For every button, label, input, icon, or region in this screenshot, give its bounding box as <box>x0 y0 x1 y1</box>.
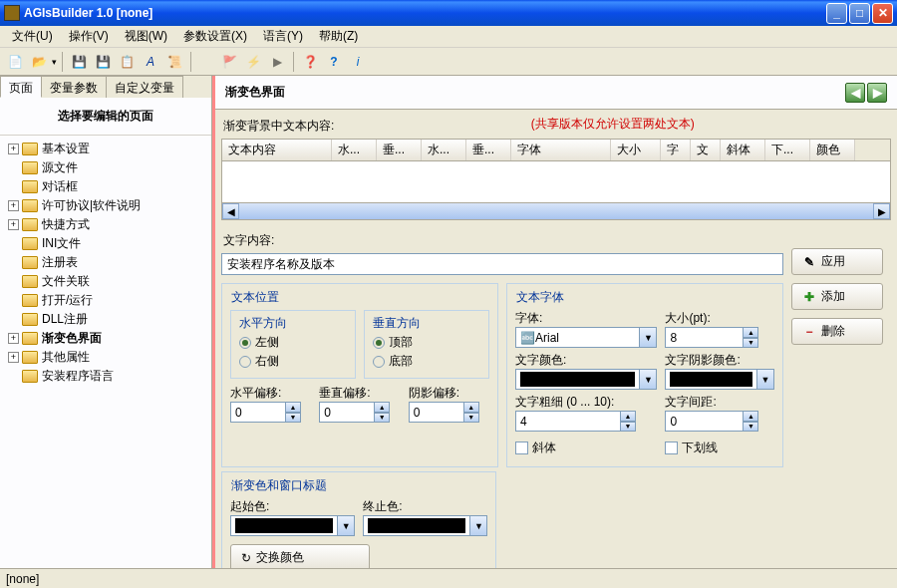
expand-icon[interactable]: + <box>8 352 19 363</box>
tree-item[interactable]: DLL注册 <box>4 310 207 329</box>
bold-input[interactable] <box>515 411 620 432</box>
start-color-combo[interactable]: ▼ <box>230 515 355 536</box>
menu-file[interactable]: 文件(U) <box>4 26 61 47</box>
radio-bottom[interactable]: 底部 <box>373 353 480 370</box>
scroll-left-icon[interactable]: ◀ <box>222 203 239 219</box>
export-icon[interactable]: 📋 <box>116 51 138 73</box>
text-color-combo[interactable]: ▼ <box>515 369 657 390</box>
tab-vars[interactable]: 变量参数 <box>41 76 107 98</box>
about-icon[interactable]: ? <box>323 51 345 73</box>
tree-item[interactable]: 源文件 <box>4 158 207 177</box>
open-icon[interactable]: 📂 <box>28 51 50 73</box>
grid-col[interactable]: 字 <box>661 140 691 160</box>
underline-checkbox[interactable]: 下划线 <box>665 440 774 456</box>
tree-item[interactable]: +其他属性 <box>4 348 207 367</box>
info-icon[interactable]: i <box>347 51 369 73</box>
tree-item[interactable]: INI文件 <box>4 234 207 253</box>
grid-col[interactable]: 水... <box>422 140 466 160</box>
grid-col[interactable]: 垂... <box>466 140 511 160</box>
folder-icon <box>22 313 38 326</box>
font-combo[interactable]: 🔤 Arial▼ <box>515 327 657 348</box>
text-content-label: 文字内容: <box>223 232 783 249</box>
menu-view[interactable]: 视图(W) <box>117 26 175 47</box>
menu-action[interactable]: 操作(V) <box>61 26 117 47</box>
saveas-icon[interactable]: 💾 <box>92 51 114 73</box>
grid-col[interactable]: 字体 <box>511 140 611 160</box>
grid-col[interactable]: 下... <box>765 140 810 160</box>
grid-col[interactable]: 斜体 <box>721 140 765 160</box>
delete-button[interactable]: −删除 <box>791 318 883 345</box>
left-panel: 页面 变量参数 自定义变量 选择要编辑的页面 +基本设置源文件对话框+许可协议|… <box>0 76 212 568</box>
tree-item[interactable]: +许可协议|软件说明 <box>4 196 207 215</box>
minimize-button[interactable]: _ <box>826 3 847 24</box>
position-fieldset: 文本位置 水平方向 左侧 右侧 垂直方向 顶部 底部 <box>221 283 498 467</box>
size-input[interactable] <box>665 327 743 348</box>
radio-left[interactable]: 左侧 <box>239 334 347 351</box>
plus-icon: ✚ <box>802 290 816 304</box>
tab-pages[interactable]: 页面 <box>0 76 42 98</box>
italic-checkbox[interactable]: 斜体 <box>515 440 657 456</box>
grid-header: 文本内容水...垂...水...垂...字体大小字文斜体下...颜色 <box>221 139 891 161</box>
apply-button[interactable]: ✎应用 <box>791 248 883 275</box>
expand-icon[interactable]: + <box>8 144 19 154</box>
toolbar: 📄 📂 ▾ 💾 💾 📋 A 📜 🚩 ⚡ ▶ ❓ ? i <box>0 48 897 76</box>
grid-body[interactable] <box>221 161 891 203</box>
menu-params[interactable]: 参数设置(X) <box>175 26 255 47</box>
flag-icon[interactable]: 🚩 <box>218 51 240 73</box>
swap-colors-button[interactable]: ↻交换颜色 <box>230 544 370 568</box>
v-offset-input[interactable] <box>319 402 374 423</box>
expand-icon[interactable]: + <box>8 333 19 344</box>
statusbar: [none] <box>0 568 897 588</box>
close-button[interactable]: ✕ <box>872 3 893 24</box>
save-icon[interactable]: 💾 <box>68 51 90 73</box>
warning-text: (共享版本仅允许设置两处文本) <box>334 116 891 139</box>
prev-button[interactable]: ◀ <box>845 83 865 103</box>
tree-item[interactable]: +渐变色界面 <box>4 329 207 348</box>
menubar: 文件(U) 操作(V) 视图(W) 参数设置(X) 语言(Y) 帮助(Z) <box>0 26 897 48</box>
next-button[interactable]: ▶ <box>867 83 887 103</box>
tree-item[interactable]: +快捷方式 <box>4 215 207 234</box>
tree-item[interactable]: 打开/运行 <box>4 291 207 310</box>
grid-col[interactable]: 文 <box>691 140 721 160</box>
shadow-color-combo[interactable]: ▼ <box>665 369 774 390</box>
help-icon[interactable]: ❓ <box>299 51 321 73</box>
maximize-button[interactable]: □ <box>849 3 870 24</box>
grid-col[interactable]: 文本内容 <box>222 140 332 160</box>
radio-top[interactable]: 顶部 <box>373 334 480 351</box>
font-icon[interactable]: A <box>140 51 161 73</box>
menu-help[interactable]: 帮助(Z) <box>311 26 366 47</box>
grid-col[interactable]: 颜色 <box>810 140 855 160</box>
radio-right[interactable]: 右侧 <box>239 353 347 370</box>
grid-col[interactable]: 垂... <box>377 140 422 160</box>
swap-icon: ↻ <box>241 551 251 565</box>
add-button[interactable]: ✚添加 <box>791 283 883 310</box>
expand-icon[interactable]: + <box>8 200 19 211</box>
text-content-input[interactable] <box>221 253 783 275</box>
tree-item[interactable]: 安装程序语言 <box>4 367 207 386</box>
tree-item[interactable]: 文件关联 <box>4 272 207 291</box>
scroll-right-icon[interactable]: ▶ <box>873 203 890 219</box>
grid-col[interactable]: 水... <box>332 140 377 160</box>
folder-icon <box>22 199 38 212</box>
flash-icon[interactable]: ⚡ <box>242 51 264 73</box>
grid-col[interactable]: 大小 <box>611 140 661 160</box>
menu-lang[interactable]: 语言(Y) <box>255 26 311 47</box>
grid-scrollbar[interactable]: ◀ ▶ <box>221 203 891 220</box>
settings-icon[interactable]: 📜 <box>163 51 185 73</box>
tree-item[interactable]: +基本设置 <box>4 140 207 158</box>
new-icon[interactable]: 📄 <box>4 51 26 73</box>
folder-icon <box>22 275 38 288</box>
end-color-combo[interactable]: ▼ <box>363 515 487 536</box>
tree-item[interactable]: 注册表 <box>4 253 207 272</box>
folder-icon <box>22 332 38 345</box>
s-offset-input[interactable] <box>409 402 463 423</box>
spacing-input[interactable] <box>665 411 743 432</box>
titlebar: AGIsBuilder 1.0 [none] _ □ ✕ <box>0 0 897 26</box>
folder-icon <box>22 161 38 174</box>
tab-custom[interactable]: 自定义变量 <box>106 76 183 98</box>
run-icon[interactable]: ▶ <box>266 51 288 73</box>
expand-icon[interactable]: + <box>8 219 19 230</box>
h-offset-input[interactable] <box>230 402 285 423</box>
pencil-icon: ✎ <box>802 255 816 269</box>
tree-item[interactable]: 对话框 <box>4 177 207 196</box>
